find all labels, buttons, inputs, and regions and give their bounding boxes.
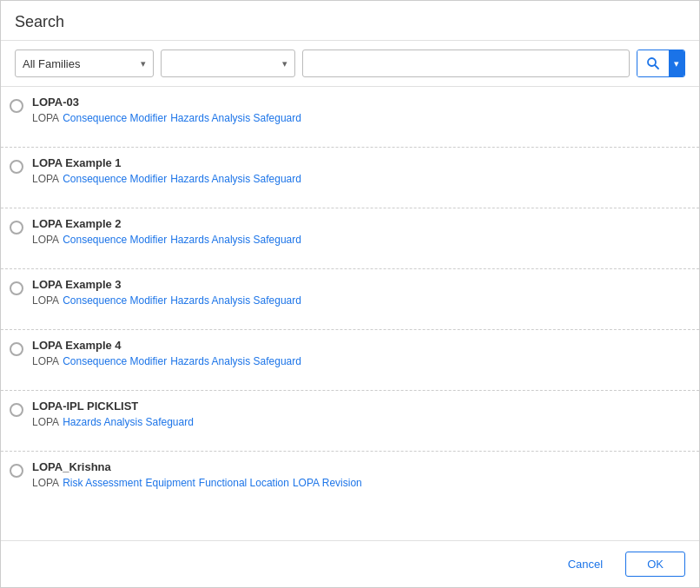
tag-link[interactable]: Hazards Analysis Safeguard: [170, 112, 301, 124]
radio-button[interactable]: [10, 342, 23, 356]
tag-plain: LOPA: [32, 416, 59, 428]
type-dropdown-arrow-icon: ▾: [282, 58, 287, 69]
item-tags: LOPAHazards Analysis Safeguard: [32, 416, 685, 428]
tag-link[interactable]: Consequence Modifier: [63, 234, 167, 246]
results-list: LOPA-03LOPAConsequence ModifierHazards A…: [1, 87, 699, 540]
item-content: LOPA Example 3LOPAConsequence ModifierHa…: [32, 278, 685, 307]
list-item: LOPA_KrishnaLOPARisk AssessmentEquipment…: [1, 452, 699, 512]
tag-link[interactable]: Equipment: [145, 477, 195, 489]
item-content: LOPA Example 4LOPAConsequence ModifierHa…: [32, 339, 685, 367]
family-dropdown[interactable]: All Families ▾: [15, 50, 154, 77]
item-content: LOPA-03LOPAConsequence ModifierHazards A…: [32, 96, 685, 124]
tag-link[interactable]: Hazards Analysis Safeguard: [170, 294, 301, 307]
tag-plain: LOPA: [32, 355, 59, 367]
radio-button[interactable]: [10, 403, 23, 417]
tag-link[interactable]: Consequence Modifier: [63, 355, 167, 367]
item-title: LOPA Example 3: [32, 278, 685, 291]
list-item: LOPA Example 4LOPAConsequence ModifierHa…: [1, 330, 699, 391]
item-tags: LOPAConsequence ModifierHazards Analysis…: [32, 355, 685, 367]
item-tags: LOPAConsequence ModifierHazards Analysis…: [32, 173, 685, 185]
tag-link[interactable]: Risk Assessment: [63, 477, 142, 489]
radio-button[interactable]: [10, 160, 23, 174]
list-item: LOPA Example 1LOPAConsequence ModifierHa…: [1, 148, 699, 208]
family-dropdown-label: All Families: [23, 57, 135, 70]
svg-line-1: [655, 65, 658, 69]
item-tags: LOPAConsequence ModifierHazards Analysis…: [32, 294, 685, 307]
list-item: LOPA-IPL PICKLISTLOPAHazards Analysis Sa…: [1, 391, 699, 452]
toolbar: All Families ▾ ▾ ▾: [1, 41, 699, 87]
tag-link[interactable]: Consequence Modifier: [63, 112, 167, 124]
tag-link[interactable]: LOPA Revision: [293, 477, 362, 489]
dialog-header: Search: [1, 1, 699, 41]
tag-plain: LOPA: [32, 112, 59, 124]
radio-button[interactable]: [10, 221, 23, 235]
family-dropdown-arrow-icon: ▾: [141, 58, 146, 69]
radio-button[interactable]: [10, 99, 23, 113]
item-title: LOPA_Krishna: [32, 460, 685, 473]
tag-link[interactable]: Consequence Modifier: [63, 173, 167, 185]
item-tags: LOPARisk AssessmentEquipmentFunctional L…: [32, 477, 685, 489]
tag-plain: LOPA: [32, 294, 59, 307]
tag-link[interactable]: Hazards Analysis Safeguard: [170, 173, 301, 185]
cancel-button[interactable]: Cancel: [554, 552, 617, 576]
item-title: LOPA-03: [32, 96, 685, 109]
search-icon: [646, 56, 660, 70]
item-content: LOPA_KrishnaLOPARisk AssessmentEquipment…: [32, 460, 685, 489]
item-content: LOPA Example 2LOPAConsequence ModifierHa…: [32, 217, 685, 246]
tag-plain: LOPA: [32, 477, 59, 489]
item-content: LOPA Example 1LOPAConsequence ModifierHa…: [32, 156, 685, 185]
search-dropdown-button[interactable]: ▾: [669, 50, 684, 76]
item-title: LOPA Example 1: [32, 156, 685, 169]
list-item: LOPA Example 2LOPAConsequence ModifierHa…: [1, 208, 699, 269]
ok-button[interactable]: OK: [625, 552, 685, 577]
search-split-arrow-icon: ▾: [674, 58, 679, 69]
dialog-footer: Cancel OK: [1, 540, 699, 587]
radio-button[interactable]: [10, 281, 23, 295]
item-content: LOPA-IPL PICKLISTLOPAHazards Analysis Sa…: [32, 400, 685, 428]
search-button[interactable]: [637, 50, 669, 76]
search-input[interactable]: [302, 50, 630, 77]
search-button-group: ▾: [637, 50, 685, 77]
tag-plain: LOPA: [32, 234, 59, 246]
item-tags: LOPAConsequence ModifierHazards Analysis…: [32, 234, 685, 246]
tag-link[interactable]: Hazards Analysis Safeguard: [63, 416, 194, 428]
list-item: LOPA Example 3LOPAConsequence ModifierHa…: [1, 269, 699, 330]
tag-link[interactable]: Hazards Analysis Safeguard: [170, 234, 301, 246]
item-title: LOPA-IPL PICKLIST: [32, 400, 685, 413]
item-tags: LOPAConsequence ModifierHazards Analysis…: [32, 112, 685, 124]
tag-link[interactable]: Consequence Modifier: [63, 294, 167, 307]
item-title: LOPA Example 4: [32, 339, 685, 352]
item-title: LOPA Example 2: [32, 217, 685, 230]
dialog-title: Search: [15, 13, 64, 30]
type-dropdown[interactable]: ▾: [161, 50, 295, 77]
tag-link[interactable]: Hazards Analysis Safeguard: [170, 355, 301, 367]
list-item: LOPA-03LOPAConsequence ModifierHazards A…: [1, 87, 699, 148]
tag-link[interactable]: Functional Location: [199, 477, 289, 489]
tag-plain: LOPA: [32, 173, 59, 185]
radio-button[interactable]: [10, 464, 23, 478]
